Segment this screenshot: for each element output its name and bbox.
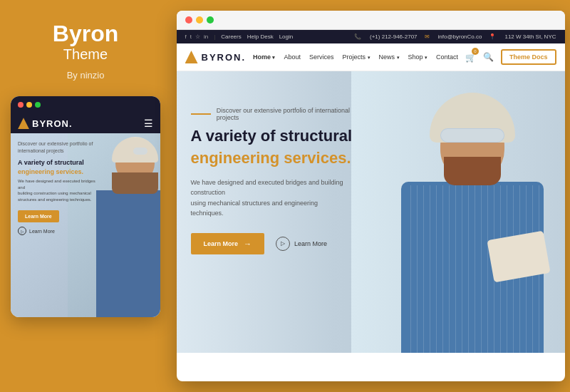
close-dot [18, 102, 24, 108]
topbar-right-section: 📞 (+1) 212-946-2707 ✉ info@byronCo.co 📍 … [354, 33, 556, 40]
topbar-links: Careers Help Desk Login [221, 33, 293, 40]
topbar-left-section: f t ☆ in | Careers Help Desk Login [185, 33, 294, 40]
maximize-dot [35, 102, 41, 108]
mobile-heading-accent: engineering services. [18, 168, 101, 175]
mobile-window-dots [11, 96, 160, 113]
hero-accent-bar [191, 113, 211, 115]
desktop-logo-icon [185, 51, 198, 63]
nav-home[interactable]: Home ▾ [253, 53, 276, 61]
email-icon: ✉ [425, 33, 430, 40]
arrow-icon: → [244, 239, 252, 248]
mobile-hero-content: Discover our extensive portfolio ofinter… [11, 133, 108, 242]
address: 112 W 34th St, NYC [504, 33, 556, 40]
theme-title-block: Byron Theme [53, 21, 118, 67]
minimize-dot [196, 16, 203, 24]
email-address: info@byronCo.co [438, 33, 482, 40]
hero-secondary-button[interactable]: ▷ Learn More [276, 237, 327, 251]
mobile-description: We have designed and executed bridges an… [18, 178, 101, 202]
desktop-logo: BYRON. [185, 51, 247, 63]
nav-news[interactable]: News ▾ [379, 53, 400, 61]
theme-name: Byron [53, 21, 118, 46]
search-icon[interactable]: 🔍 [483, 52, 494, 62]
play-icon: ▷ [276, 237, 290, 251]
phone-icon: 📞 [354, 33, 361, 40]
phone-number: (+1) 212-946-2707 [370, 33, 418, 40]
mobile-cta-secondary-button[interactable]: ▷ Learn More [18, 227, 101, 235]
hero-heading-line1: A variety of structural [191, 127, 366, 145]
secondary-cta-label: Learn More [294, 240, 327, 247]
theme-subtitle: Theme [53, 46, 118, 63]
desktop-main-nav: BYRON. Home ▾ About Services Projects ▾ … [177, 43, 565, 71]
nav-projects[interactable]: Projects ▾ [343, 53, 370, 61]
nav-shop[interactable]: Shop ▾ [408, 53, 428, 61]
play-circle-icon: ▷ [18, 227, 26, 235]
hero-heading-line2: engineering services. [191, 148, 366, 169]
maximize-dot [207, 16, 214, 24]
hero-tagline-text: Discover our extensive portfolio of inte… [217, 107, 366, 121]
social-icons: f t ☆ in [185, 33, 209, 40]
mobile-cta-primary-button[interactable]: Learn More [18, 210, 59, 222]
cart-container: 🛒 0 [465, 51, 476, 63]
mobile-hero-section: Discover our extensive portfolio ofinter… [11, 133, 160, 317]
mobile-navbar: BYRON. ☰ [11, 113, 160, 133]
right-panel: f t ☆ in | Careers Help Desk Login 📞 (+1… [171, 0, 570, 392]
mobile-hamburger-icon[interactable]: ☰ [144, 118, 153, 129]
hero-content-block: Discover our extensive portfolio of inte… [191, 107, 366, 254]
nav-about[interactable]: About [284, 53, 301, 61]
hero-cta-buttons: Learn More → ▷ Learn More [191, 233, 366, 254]
desktop-logo-text: BYRON. [202, 52, 247, 63]
hero-primary-button[interactable]: Learn More → [191, 233, 265, 254]
left-panel: Byron Theme By ninzio BYRON. ☰ [0, 0, 171, 392]
mobile-logo-text: BYRON. [32, 118, 73, 129]
helpdesk-link[interactable]: Help Desk [247, 33, 274, 40]
hero-worker-image [351, 71, 565, 353]
nav-contact[interactable]: Contact [436, 53, 458, 61]
mobile-tagline: Discover our extensive portfolio ofinter… [18, 140, 101, 155]
nav-services[interactable]: Services [309, 53, 334, 61]
cart-badge: 0 [472, 48, 479, 55]
twitter-icon[interactable]: t [190, 33, 192, 40]
minimize-dot [26, 102, 32, 108]
desktop-nav-right: 🛒 0 🔍 Theme Docs [465, 49, 556, 65]
theme-docs-button[interactable]: Theme Docs [501, 49, 556, 65]
desktop-hero-section: Discover our extensive portfolio of inte… [177, 71, 565, 353]
hero-line-decoration: Discover our extensive portfolio of inte… [191, 107, 366, 121]
mobile-logo-icon [18, 118, 29, 129]
desktop-nav-links: Home ▾ About Services Projects ▾ News ▾ … [253, 53, 458, 61]
careers-link[interactable]: Careers [221, 33, 241, 40]
location-icon: 📍 [489, 33, 496, 40]
desktop-topbar: f t ☆ in | Careers Help Desk Login 📞 (+1… [177, 30, 565, 43]
desktop-window-dots [177, 11, 565, 30]
mobile-logo: BYRON. [18, 118, 73, 129]
hero-description: We have designed and executed bridges an… [191, 177, 348, 219]
linkedin-icon[interactable]: in [204, 33, 208, 40]
theme-author: By ninzio [67, 70, 105, 81]
instagram-icon[interactable]: ☆ [195, 33, 200, 40]
close-dot [185, 16, 192, 24]
mobile-heading: A variety of structural [18, 159, 101, 167]
login-link[interactable]: Login [279, 33, 294, 40]
facebook-icon[interactable]: f [185, 33, 187, 40]
mobile-preview-card: BYRON. ☰ Discover our extensive portfoli… [11, 96, 160, 317]
mobile-learn-more-label: Learn More [29, 229, 55, 234]
desktop-preview-card: f t ☆ in | Careers Help Desk Login 📞 (+1… [177, 11, 565, 381]
